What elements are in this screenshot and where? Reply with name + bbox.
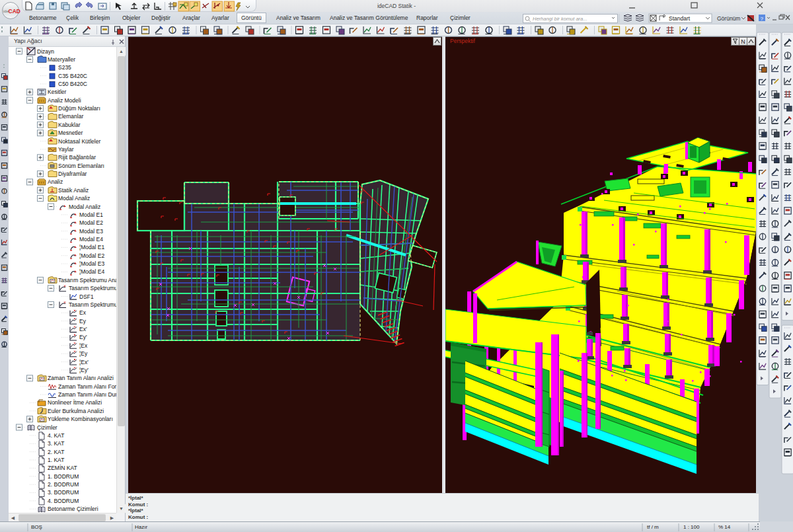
svg-text:Ex': Ex': [79, 326, 87, 332]
svg-text:Tasarım Spektrumu Duru: Tasarım Spektrumu Duru: [69, 301, 116, 308]
svg-text:Betonarme Çizimleri: Betonarme Çizimleri: [48, 506, 98, 512]
svg-text:1. KAT: 1. KAT: [48, 457, 64, 463]
svg-text:Statik Analiz: Statik Analiz: [58, 187, 89, 194]
svg-text:ZEMİN KAT: ZEMİN KAT: [48, 465, 77, 471]
svg-text:Noktasal Kütleler: Noktasal Kütleler: [58, 138, 100, 145]
svg-text:¦Ex': ¦Ex': [79, 359, 89, 365]
svg-text:Diyaframlar: Diyaframlar: [58, 171, 87, 177]
svg-text:Modal Analiz: Modal Analiz: [58, 195, 90, 202]
svg-text:Modal E3: Modal E3: [79, 228, 103, 235]
svg-text:Analiz Modeli: Analiz Modeli: [48, 97, 81, 104]
svg-text:Kesitler: Kesitler: [48, 89, 67, 95]
svg-text:¦Ey: ¦Ey: [79, 350, 88, 357]
svg-text:Mesnetler: Mesnetler: [58, 130, 83, 136]
svg-text:Düğüm Noktaları: Düğüm Noktaları: [58, 105, 100, 112]
svg-text:Tasarım Spektrumu Analizi: Tasarım Spektrumu Analizi: [58, 277, 116, 284]
svg-text:4. KAT: 4. KAT: [48, 432, 64, 439]
svg-text:Elemanlar: Elemanlar: [58, 113, 83, 120]
svg-text:Yükleme Kombinasyonları: Yükleme Kombinasyonları: [48, 416, 113, 422]
svg-text:2. KAT: 2. KAT: [48, 449, 64, 455]
svg-text:Sönüm Elemanları: Sönüm Elemanları: [58, 163, 104, 169]
svg-text:Yaylar: Yaylar: [58, 146, 74, 153]
svg-text:Dizayn: Dizayn: [37, 48, 54, 55]
svg-text:Nonlineer İtme Analizi: Nonlineer İtme Analizi: [48, 399, 102, 406]
svg-text:Ex: Ex: [79, 309, 87, 316]
svg-text:4. BODRUM: 4. BODRUM: [48, 498, 79, 504]
svg-text:Ey: Ey: [79, 318, 87, 324]
svg-text:¦Modal E4: ¦Modal E4: [79, 268, 104, 275]
svg-text:Rijit Bağlantılar: Rijit Bağlantılar: [58, 154, 96, 161]
svg-text:¦Modal E2: ¦Modal E2: [79, 252, 104, 259]
svg-text:Modal Analiz: Modal Analiz: [69, 204, 100, 210]
svg-text:Zaman Tanım Alanı Duru: Zaman Tanım Alanı Duru: [58, 391, 116, 398]
svg-text:¦Modal E1: ¦Modal E1: [79, 244, 104, 250]
svg-text:3. BODRUM: 3. BODRUM: [48, 489, 79, 496]
svg-text:Modal E2: Modal E2: [79, 219, 103, 226]
svg-text:Standart: Standart: [669, 15, 691, 22]
svg-text:?: ?: [761, 16, 764, 22]
svg-text:Zaman Tanım Alanı Analizi: Zaman Tanım Alanı Analizi: [48, 375, 114, 381]
svg-text:C35 B420C: C35 B420C: [58, 73, 87, 79]
svg-text:Modal E1: Modal E1: [79, 211, 103, 218]
svg-text:¦Ey': ¦Ey': [79, 367, 89, 373]
svg-text:Tasarım Spektrumu: Tasarım Spektrumu: [69, 285, 116, 291]
svg-text:S235: S235: [58, 64, 71, 71]
svg-text:Analiz: Analiz: [48, 178, 63, 185]
svg-text:Ey': Ey': [79, 334, 87, 340]
svg-text:Materyaller: Materyaller: [48, 56, 75, 63]
svg-text:1. BODRUM: 1. BODRUM: [48, 473, 79, 480]
svg-text:2. BODRUM: 2. BODRUM: [48, 481, 79, 488]
svg-text:Görünüm: Görünüm: [717, 15, 740, 22]
svg-text:C50 B420C: C50 B420C: [58, 81, 87, 87]
svg-text:DSF1: DSF1: [79, 293, 94, 300]
svg-text:Çizimler: Çizimler: [37, 424, 57, 431]
svg-text:Zaman Tanım Alanı Fon: Zaman Tanım Alanı Fon: [58, 383, 116, 390]
svg-text:CAD: CAD: [9, 8, 20, 15]
svg-text:Kabuklar: Kabuklar: [58, 122, 81, 128]
svg-text:3. KAT: 3. KAT: [48, 440, 64, 447]
svg-text:¦Modal E3: ¦Modal E3: [79, 260, 104, 267]
svg-text:Modal E4: Modal E4: [79, 236, 103, 243]
svg-text:¦Ex: ¦Ex: [79, 342, 88, 349]
svg-text:Euler Burkulma Analizi: Euler Burkulma Analizi: [48, 408, 104, 414]
